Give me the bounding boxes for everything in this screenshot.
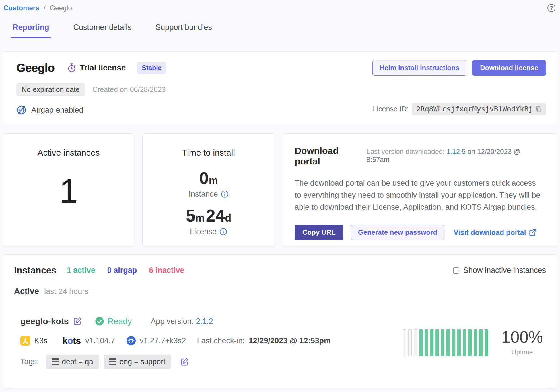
license-id-pill: 2Rq8WLcsjfxqrMysjvB1WodYkBj (412, 103, 546, 115)
created-date: Created on 06/28/2023 (92, 85, 166, 94)
copy-url-button[interactable]: Copy URL (295, 225, 343, 240)
airgap-status: Airgap enabled (16, 105, 83, 115)
count-airgap: 0 airgap (107, 266, 137, 275)
show-inactive-checkbox[interactable] (453, 267, 459, 274)
instance-time-label-row: Instance (151, 190, 266, 199)
topbar: Customers / Geeglo ? (3, 4, 557, 12)
count-inactive: 6 inactive (149, 266, 184, 275)
active-instances-card: Active instances 1 (3, 133, 134, 246)
license-time-days-unit: d (225, 212, 231, 224)
visit-download-portal-label: Visit download portal (454, 228, 526, 237)
helm-install-instructions-button[interactable]: Helm install instructions (372, 60, 467, 76)
instance-counts: 1 active 0 airgap 6 inactive (67, 266, 184, 275)
uptime-value: 100% (501, 329, 543, 345)
expiration-badge: No expiration date (16, 83, 85, 96)
download-portal-title: Download portal (295, 146, 367, 167)
kots-version: v1.104.7 (85, 336, 115, 345)
tab-customer-details[interactable]: Customer details (72, 23, 133, 38)
app-version-link[interactable]: 2.1.2 (196, 317, 213, 326)
last-version-link[interactable]: 1.12.5 (446, 148, 466, 155)
copy-icon[interactable] (535, 105, 542, 113)
instance-info-icon[interactable] (221, 190, 229, 198)
tab-reporting[interactable]: Reporting (11, 23, 51, 38)
breadcrumb: Customers / Geeglo (3, 4, 72, 12)
count-active: 1 active (67, 266, 95, 275)
help-icon[interactable]: ? (547, 4, 555, 12)
breadcrumb-customers-link[interactable]: Customers (3, 4, 39, 12)
last-checkin-label: Last check-in: (197, 336, 245, 345)
tab-support-bundles[interactable]: Support bundles (154, 23, 214, 38)
external-link-icon (529, 228, 537, 236)
last-version-prefix: Last version downloaded: (367, 148, 445, 155)
license-info-icon[interactable] (219, 228, 227, 236)
tags-label: Tags: (20, 357, 39, 366)
uptime-bar (479, 329, 483, 356)
active-section-label: Active (14, 287, 39, 296)
license-time-label-row: License (151, 227, 266, 236)
license-id-label: License ID: (373, 105, 409, 113)
last-version-downloaded: Last version downloaded: 1.12.5 on 12/20… (367, 148, 545, 164)
uptime-bars (403, 329, 488, 356)
tag-pill-eng: eng = support (104, 355, 171, 369)
trial-timer-icon (67, 63, 76, 73)
instances-title: Instances (14, 265, 57, 276)
kubernetes-icon (127, 336, 136, 345)
generate-new-password-button[interactable]: Generate new password (351, 225, 444, 240)
show-inactive-toggle[interactable]: Show inactive instances (453, 266, 546, 275)
tab-bar: Reporting Customer details Support bundl… (3, 23, 557, 38)
uptime-bar (452, 329, 455, 356)
uptime-bar (485, 329, 488, 356)
last-checkin-value: 12/29/2023 @ 12:53pm (249, 336, 331, 345)
instance-row: geeglo-kots Ready (14, 305, 546, 379)
edit-instance-name-icon[interactable] (73, 317, 82, 326)
divider (14, 388, 546, 388)
kots-logo-ts: ts (73, 335, 81, 346)
instance-time-label: Instance (188, 190, 218, 199)
license-install-time: 5m 24d (151, 207, 266, 224)
show-inactive-label: Show inactive instances (463, 266, 546, 275)
instance-name: geeglo-kots (20, 316, 69, 326)
uptime-bar (414, 329, 417, 356)
download-portal-card: Download portal Last version downloaded:… (283, 133, 557, 246)
license-time-label: License (190, 227, 217, 236)
customer-name: Geeglo (16, 61, 55, 75)
uptime-bar (403, 329, 406, 356)
active-section-sublabel: last 24 hours (44, 287, 89, 296)
kots-logo-o: o (67, 335, 73, 346)
tag-icon (109, 358, 116, 365)
download-license-button[interactable]: Download license (472, 60, 546, 76)
instances-card: Instances 1 active 0 airgap 6 inactive S… (3, 254, 557, 388)
uptime-bar (430, 329, 433, 356)
instance-status-label: Ready (108, 317, 132, 326)
edit-tags-icon[interactable] (180, 358, 189, 366)
tag-icon (52, 358, 59, 365)
download-portal-description: The download portal can be used to give … (295, 177, 544, 213)
visit-download-portal-link[interactable]: Visit download portal (454, 228, 537, 237)
ready-check-icon (95, 317, 104, 326)
distribution-label: K3s (34, 336, 48, 345)
app-version: App version: 2.1.2 (151, 317, 213, 326)
customer-reporting-page: Customers / Geeglo ? Reporting Customer … (0, 0, 560, 392)
kots-logo: kots (63, 335, 81, 346)
instance-status: Ready (95, 317, 132, 326)
kots-logo-k: k (63, 335, 67, 346)
channel-badge: Stable (137, 62, 166, 74)
airgap-globe-icon (16, 105, 27, 115)
k3s-icon (20, 336, 30, 346)
uptime-bar (457, 329, 461, 356)
stats-row: Active instances 1 Time to install 0m In… (3, 133, 557, 246)
license-time-days: 24 (206, 206, 225, 225)
instance-install-time: 0m (151, 170, 266, 187)
instance-time-value: 0 (199, 168, 209, 188)
uptime-bar (446, 329, 450, 356)
kubernetes-version-group: v1.27.7+k3s2 (127, 336, 186, 345)
license-id: License ID: 2Rq8WLcsjfxqrMysjvB1WodYkBj (373, 103, 546, 115)
license-id-value: 2Rq8WLcsjfxqrMysjvB1WodYkBj (416, 105, 533, 113)
tag-label: eng = support (120, 357, 166, 366)
uptime-bar (419, 329, 423, 356)
breadcrumb-separator: / (44, 4, 46, 12)
active-section-header: Active last 24 hours (14, 287, 546, 296)
uptime-bar (468, 329, 472, 356)
uptime-bar (441, 329, 444, 356)
active-instances-value: 1 (12, 174, 125, 208)
